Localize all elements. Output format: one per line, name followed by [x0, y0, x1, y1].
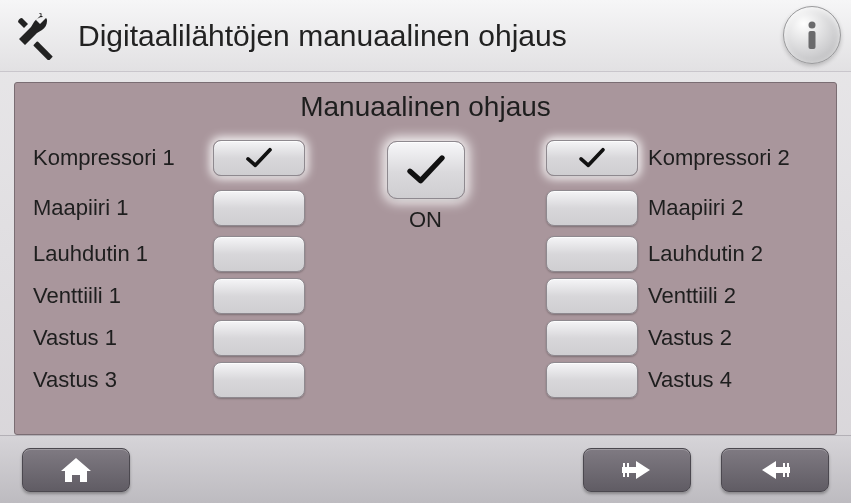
panel-title: Manuaalinen ohjaus: [33, 91, 818, 123]
page-title: Digitaalilähtöjen manuaalinen ohjaus: [78, 19, 567, 53]
label-maapiiri-2: Maapiiri 2: [648, 187, 818, 229]
svg-rect-0: [33, 41, 53, 60]
toggle-maapiiri-2[interactable]: [546, 190, 638, 226]
manual-control-panel: Manuaalinen ohjaus ON Kompressori 1Kompr…: [14, 82, 837, 435]
toggle-kompressori-2[interactable]: [546, 140, 638, 176]
home-icon: [57, 455, 95, 485]
label-maapiiri-1: Maapiiri 1: [33, 187, 203, 229]
toggle-venttiili-1[interactable]: [213, 278, 305, 314]
app-window: Digitaalilähtöjen manuaalinen ohjaus Man…: [0, 0, 851, 503]
label-venttiili-1: Venttiili 1: [33, 275, 203, 317]
label-lauhdutin-2: Lauhdutin 2: [648, 233, 818, 275]
master-toggle-button[interactable]: [387, 141, 465, 199]
controls-grid: ON Kompressori 1Kompressori 2Maapiiri 1M…: [33, 133, 818, 401]
arrow-left-icon: [756, 455, 794, 485]
toggle-venttiili-2[interactable]: [546, 278, 638, 314]
label-kompressori-2: Kompressori 2: [648, 137, 818, 179]
master-toggle-state: ON: [409, 207, 442, 233]
label-lauhdutin-1: Lauhdutin 1: [33, 233, 203, 275]
home-button[interactable]: [22, 448, 130, 492]
svg-rect-2: [809, 31, 816, 49]
arrow-right-icon: [618, 455, 656, 485]
svg-point-1: [809, 22, 816, 29]
check-icon: [245, 147, 273, 169]
label-vastus-3: Vastus 3: [33, 359, 203, 401]
titlebar: Digitaalilähtöjen manuaalinen ohjaus: [0, 0, 851, 72]
check-icon: [406, 153, 446, 187]
toggle-kompressori-1[interactable]: [213, 140, 305, 176]
toggle-maapiiri-1[interactable]: [213, 190, 305, 226]
label-venttiili-2: Venttiili 2: [648, 275, 818, 317]
toggle-lauhdutin-1[interactable]: [213, 236, 305, 272]
next-button[interactable]: [583, 448, 691, 492]
footer-right-group: [583, 448, 829, 492]
toggle-vastus-3[interactable]: [213, 362, 305, 398]
toggle-lauhdutin-2[interactable]: [546, 236, 638, 272]
toggle-vastus-4[interactable]: [546, 362, 638, 398]
info-button[interactable]: [783, 6, 841, 64]
check-icon: [578, 147, 606, 169]
label-vastus-2: Vastus 2: [648, 317, 818, 359]
label-kompressori-1: Kompressori 1: [33, 137, 203, 179]
master-toggle-block: ON: [333, 133, 518, 233]
label-vastus-1: Vastus 1: [33, 317, 203, 359]
back-button[interactable]: [721, 448, 829, 492]
toggle-vastus-2[interactable]: [546, 320, 638, 356]
toggle-vastus-1[interactable]: [213, 320, 305, 356]
label-vastus-4: Vastus 4: [648, 359, 818, 401]
footer-bar: [0, 435, 851, 503]
tools-icon: [12, 12, 60, 60]
